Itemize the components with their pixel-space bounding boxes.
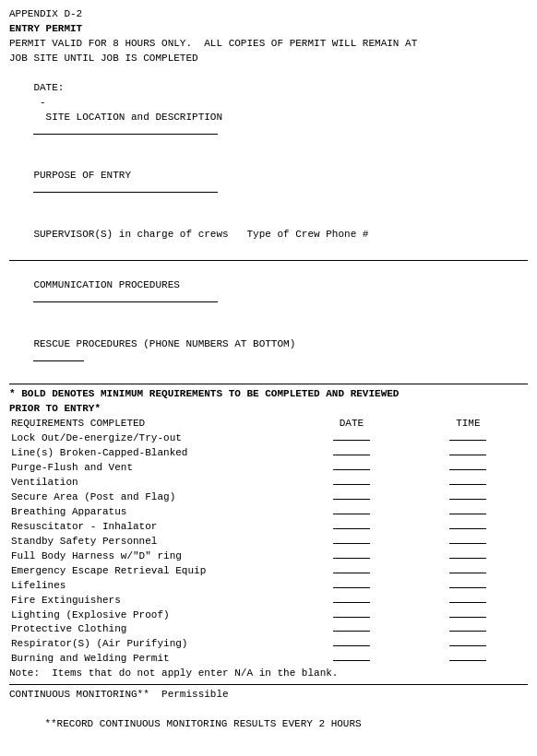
monitoring-record-label: **RECORD CONTINUOUS MONITORING RESULTS E… xyxy=(44,718,361,729)
rescue-label: RESCUE PROCEDURES (PHONE NUMBERS AT BOTT… xyxy=(33,338,295,349)
req-item-label: Lock Out/De-energize/Try-out xyxy=(9,431,294,446)
req-time-field[interactable] xyxy=(409,608,528,623)
req-header-time: TIME xyxy=(409,417,528,431)
req-time-field[interactable] xyxy=(409,431,528,446)
req-item-label: Secure Area (Post and Flag) xyxy=(9,490,294,505)
req-item-label: Burning and Welding Permit xyxy=(9,652,294,667)
req-item-label: Protective Clothing xyxy=(9,622,294,637)
req-note: Note: Items that do not apply enter N/A … xyxy=(9,667,528,681)
permit-line2: JOB SITE UNTIL JOB IS COMPLETED xyxy=(9,52,528,66)
supervisor-row: SUPERVISOR(S) in charge of crews Type of… xyxy=(9,213,528,257)
req-row: Burning and Welding Permit xyxy=(9,652,528,667)
req-row: Breathing Apparatus xyxy=(9,505,528,520)
req-row: Respirator(S) (Air Purifying) xyxy=(9,637,528,652)
req-date-field[interactable] xyxy=(294,637,409,652)
req-item-label: Standby Safety Personnel xyxy=(9,535,294,549)
requirements-table: REQUIREMENTS COMPLETED DATE TIME Lock Ou… xyxy=(9,417,528,667)
site-field[interactable] xyxy=(33,134,218,135)
purpose-label: PURPOSE OF ENTRY xyxy=(33,170,131,181)
site-label: SITE LOCATION and DESCRIPTION xyxy=(33,112,222,123)
date-dash: - xyxy=(33,97,45,108)
req-header-date: DATE xyxy=(294,417,409,431)
req-row: Fire Extinguishers xyxy=(9,594,528,608)
supervisor-label: SUPERVISOR(S) in charge of crews Type of… xyxy=(33,229,368,240)
req-row: Full Body Harness w/"D" ring xyxy=(9,549,528,564)
req-time-field[interactable] xyxy=(409,579,528,594)
req-row: Line(s) Broken-Capped-Blanked xyxy=(9,446,528,461)
req-date-field[interactable] xyxy=(294,476,409,490)
monitoring-header2: **RECORD CONTINUOUS MONITORING RESULTS E… xyxy=(9,703,528,747)
rescue-row: RESCUE PROCEDURES (PHONE NUMBERS AT BOTT… xyxy=(9,323,528,382)
req-time-field[interactable] xyxy=(409,622,528,637)
req-time-field[interactable] xyxy=(409,549,528,564)
purpose-field[interactable] xyxy=(33,192,218,193)
req-item-label: Full Body Harness w/"D" ring xyxy=(9,549,294,564)
date-row: DATE: - SITE LOCATION and DESCRIPTION xyxy=(9,66,528,155)
req-time-field[interactable] xyxy=(409,594,528,608)
req-row: Lifelines xyxy=(9,579,528,594)
req-date-field[interactable] xyxy=(294,520,409,535)
appendix-label: APPENDIX D-2 xyxy=(9,7,528,22)
req-time-field[interactable] xyxy=(409,520,528,535)
req-time-field[interactable] xyxy=(409,446,528,461)
divider1 xyxy=(9,260,528,261)
bold-notice-1: * BOLD DENOTES MINIMUM REQUIREMENTS TO B… xyxy=(9,387,528,402)
req-time-field[interactable] xyxy=(409,652,528,667)
divider3 xyxy=(9,684,528,685)
req-time-field[interactable] xyxy=(409,535,528,549)
req-date-field[interactable] xyxy=(294,490,409,505)
req-row: Purge-Flush and Vent xyxy=(9,461,528,476)
req-row: Lock Out/De-energize/Try-out xyxy=(9,431,528,446)
req-item-label: Breathing Apparatus xyxy=(9,505,294,520)
req-time-field[interactable] xyxy=(409,505,528,520)
comm-field[interactable] xyxy=(33,301,218,302)
req-date-field[interactable] xyxy=(294,505,409,520)
req-item-label: Lighting (Explosive Proof) xyxy=(9,608,294,623)
req-date-field[interactable] xyxy=(294,608,409,623)
req-row: Standby Safety Personnel xyxy=(9,535,528,549)
req-item-label: Emergency Escape Retrieval Equip xyxy=(9,564,294,579)
req-date-field[interactable] xyxy=(294,446,409,461)
comm-label: COMMUNICATION PROCEDURES xyxy=(33,279,179,290)
req-row: Ventilation xyxy=(9,476,528,490)
req-time-field[interactable] xyxy=(409,637,528,652)
req-item-label: Line(s) Broken-Capped-Blanked xyxy=(9,446,294,461)
req-date-field[interactable] xyxy=(294,564,409,579)
req-item-label: Ventilation xyxy=(9,476,294,490)
communication-row: COMMUNICATION PROCEDURES xyxy=(9,264,528,323)
date-label: DATE: xyxy=(33,82,64,93)
req-time-field[interactable] xyxy=(409,490,528,505)
permit-line1: PERMIT VALID FOR 8 HOURS ONLY. ALL COPIE… xyxy=(9,37,528,52)
req-item-label: Lifelines xyxy=(9,579,294,594)
req-row: Protective Clothing xyxy=(9,622,528,637)
req-date-field[interactable] xyxy=(294,622,409,637)
req-time-field[interactable] xyxy=(409,564,528,579)
divider2 xyxy=(9,384,528,384)
req-date-field[interactable] xyxy=(294,594,409,608)
rescue-field[interactable] xyxy=(33,360,84,361)
req-row: Lighting (Explosive Proof) xyxy=(9,608,528,623)
req-item-label: Resuscitator - Inhalator xyxy=(9,520,294,535)
purpose-row: PURPOSE OF ENTRY xyxy=(9,154,528,213)
req-item-label: Respirator(S) (Air Purifying) xyxy=(9,637,294,652)
page: APPENDIX D-2 ENTRY PERMIT PERMIT VALID F… xyxy=(9,7,528,756)
req-row: Resuscitator - Inhalator xyxy=(9,520,528,535)
monitoring-header1: CONTINUOUS MONITORING** Permissible xyxy=(9,688,528,703)
req-date-field[interactable] xyxy=(294,549,409,564)
tests-row: TEST(S) TO BE TAKEN Entry Level xyxy=(9,747,528,756)
req-row: Secure Area (Post and Flag) xyxy=(9,490,528,505)
req-header-label: REQUIREMENTS COMPLETED xyxy=(9,417,294,431)
req-row: Emergency Escape Retrieval Equip xyxy=(9,564,528,579)
bold-notice-2: PRIOR TO ENTRY* xyxy=(9,402,528,417)
req-date-field[interactable] xyxy=(294,535,409,549)
req-time-field[interactable] xyxy=(409,461,528,476)
req-item-label: Fire Extinguishers xyxy=(9,594,294,608)
req-date-field[interactable] xyxy=(294,579,409,594)
title: ENTRY PERMIT xyxy=(9,22,528,37)
req-date-field[interactable] xyxy=(294,461,409,476)
req-date-field[interactable] xyxy=(294,431,409,446)
req-date-field[interactable] xyxy=(294,652,409,667)
req-time-field[interactable] xyxy=(409,476,528,490)
req-item-label: Purge-Flush and Vent xyxy=(9,461,294,476)
